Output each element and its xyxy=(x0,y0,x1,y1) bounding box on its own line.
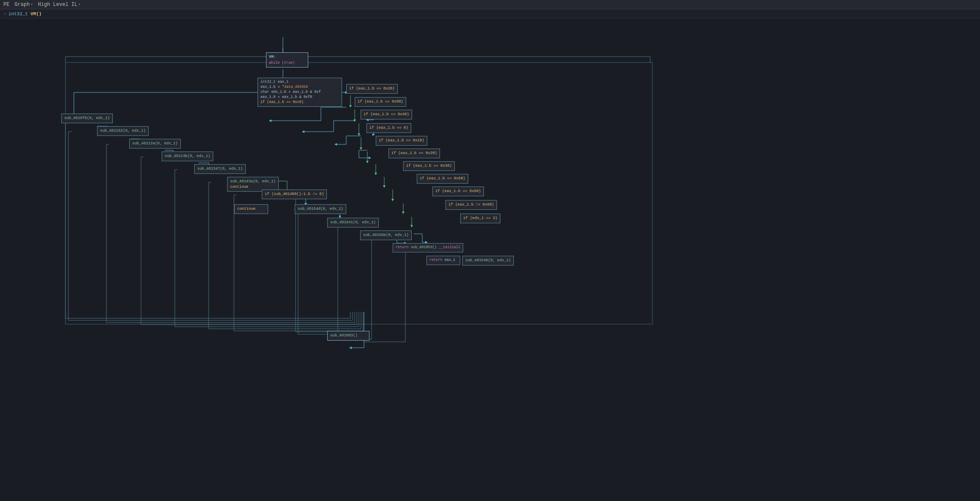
node-sub40156e-label: sub_40156e(0, edx_1) xyxy=(363,233,409,238)
node-ret-sub401053-label: return sub_401053() __tailcall xyxy=(396,245,460,250)
node-cond-sub401400-label: if (sub_401400():1.b != 0) xyxy=(265,192,324,197)
node-sub401540[interactable]: sub_401540(0, edx_1) xyxy=(462,256,514,265)
node-sub40122a-label: sub_40122a(0, edx_1) xyxy=(132,141,178,146)
node-continue1[interactable]: continue xyxy=(234,204,268,214)
breadcrumb-func: VM() xyxy=(30,11,41,16)
node-cond-0x20b[interactable]: if (eax_1.b == 0x20) xyxy=(388,149,440,158)
node-cond-0x0-label: if (eax_1.b == 0) xyxy=(369,125,408,131)
node-vm-code: while (true) xyxy=(269,61,305,66)
node-cond-0x20a-label: if (eax_1.b == 0x20) xyxy=(349,86,395,92)
node-sub40154d[interactable]: sub_40154d(0, edx_1) xyxy=(295,204,346,214)
node-sub4010f0-label: sub_4010f0(0, edx_1) xyxy=(64,116,110,121)
node-sub401083[interactable]: sub_401083() xyxy=(327,331,369,341)
node-cond-0x60[interactable]: if (eax_1.b == 0x60) xyxy=(432,187,484,196)
menu-highlevel[interactable]: High Level IL ▾ xyxy=(38,2,81,8)
node-cond-0x60-label: if (eax_1.b == 0x60) xyxy=(435,189,481,194)
node-cond-sub401400[interactable]: if (sub_401400():1.b != 0) xyxy=(262,190,327,199)
node-sub40156e[interactable]: sub_40156e(0, edx_1) xyxy=(360,230,412,240)
node-cond-0x50[interactable]: if (eax_1.b == 0x50) xyxy=(417,174,468,184)
node-sub401162-label: sub_401162(0, edx_1) xyxy=(100,128,146,134)
node-ret-sub401053[interactable]: return sub_401053() __tailcall xyxy=(393,243,463,252)
node-cond-0x0[interactable]: if (eax_1.b == 0) xyxy=(366,123,411,133)
node-cond-0x40[interactable]: if (eax_1.b == 0x40) xyxy=(361,110,412,119)
node-cond-0x50-label: if (eax_1.b == 0x50) xyxy=(420,176,465,181)
node-cond-0x30[interactable]: if (eax_1.b == 0x30) xyxy=(403,161,455,171)
menu-pe[interactable]: PE xyxy=(3,2,9,8)
node-sub401347[interactable]: sub_401347(0, edx_1) xyxy=(194,164,246,174)
node-sub40124b-label: sub_40124b(0, edx_1) xyxy=(165,154,210,159)
node-sub401347-label: sub_401347(0, edx_1) xyxy=(197,166,243,172)
node-sub401162[interactable]: sub_401162(0, edx_1) xyxy=(97,126,149,136)
node-sub40143a-label: sub_40143a(0, edx_1) xyxy=(230,179,276,184)
breadcrumb-type: int32_t xyxy=(8,11,28,16)
node-sub401641-label: sub_401641(0, edx_1) xyxy=(330,220,376,225)
node-sub40143a-continue: continue xyxy=(230,184,276,190)
node-sub401083-label: sub_401083() xyxy=(330,333,366,339)
node-init-code: int32_t eax_1 eax_1.b = *data_401010 cha… xyxy=(261,80,339,105)
menubar: PE Graph ▾ High Level IL ▾ xyxy=(0,0,980,9)
breadcrumb-icon: → xyxy=(3,11,6,16)
node-cond-0x20a[interactable]: if (eax_1.b == 0x20) xyxy=(346,84,398,94)
node-cond-0x20b-label: if (eax_1.b == 0x20) xyxy=(391,151,437,156)
node-sub40124b[interactable]: sub_40124b(0, edx_1) xyxy=(162,152,213,161)
node-cond-0x30-label: if (eax_1.b == 0x30) xyxy=(406,163,452,169)
node-sub401641[interactable]: sub_401641(0, edx_1) xyxy=(327,218,379,227)
breadcrumb-bar: → int32_t VM() xyxy=(0,9,980,19)
node-cond-ne0x60-label: if (eax_1.b != 0x60) xyxy=(448,202,494,208)
menu-graph[interactable]: Graph ▾ xyxy=(14,2,33,8)
node-vm-title: VM: xyxy=(269,54,305,60)
node-return-eax-label: return eax_1 xyxy=(429,258,457,263)
node-cond-0x40-label: if (eax_1.b == 0x40) xyxy=(364,112,409,117)
menu-highlevel-arrow: ▾ xyxy=(78,2,80,7)
node-cond-edx3-label: if (edx_1 == 3) xyxy=(463,216,497,221)
graph-area[interactable]: VM: while (true) int32_t eax_1 eax_1.b =… xyxy=(0,19,980,501)
node-cond-0x10-label: if (eax_1.b == 0x10) xyxy=(379,138,424,144)
node-cond-0x00-label: if (eax_1.b == 0x00) xyxy=(358,99,403,105)
node-cond-edx3[interactable]: if (edx_1 == 3) xyxy=(460,214,500,223)
node-sub4010f0[interactable]: sub_4010f0(0, edx_1) xyxy=(61,114,113,123)
node-cond-ne0x60[interactable]: if (eax_1.b != 0x60) xyxy=(445,200,497,210)
node-sub40122a[interactable]: sub_40122a(0, edx_1) xyxy=(129,139,181,149)
node-sub40154d-label: sub_40154d(0, edx_1) xyxy=(298,206,343,212)
node-init-block[interactable]: int32_t eax_1 eax_1.b = *data_401010 cha… xyxy=(258,78,342,107)
node-vm-entry[interactable]: VM: while (true) xyxy=(266,52,308,68)
menu-graph-arrow: ▾ xyxy=(30,2,33,7)
node-return-eax[interactable]: return eax_1 xyxy=(426,256,460,265)
node-cond-0x00[interactable]: if (eax_1.b == 0x00) xyxy=(355,97,406,107)
node-continue1-label: continue xyxy=(237,206,265,212)
node-sub401540-label: sub_401540(0, edx_1) xyxy=(465,258,511,263)
node-cond-0x10[interactable]: if (eax_1.b == 0x10) xyxy=(376,136,427,146)
